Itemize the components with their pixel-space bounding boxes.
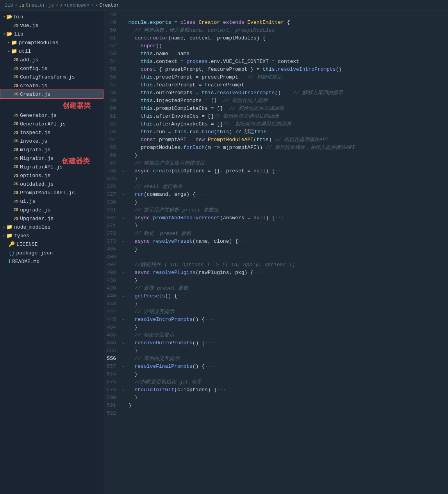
folder-closed-icon: 📁 xyxy=(6,233,12,239)
code-line: 60 this.promptCompleteCbs = [] // 初始化提示完… xyxy=(104,105,448,113)
code-content: async create(cliOptions = {}, preset = n… xyxy=(129,167,448,175)
line-number: 484 xyxy=(104,324,122,331)
line-number: 332 xyxy=(104,214,122,222)
sidebar-item-promptModules[interactable]: ▸📁promptModules xyxy=(0,38,104,47)
code-content: this.featurePrompt = featurePrompt xyxy=(129,81,448,89)
sidebar-item-ConfigTransformjs[interactable]: JSConfigTransform.js xyxy=(0,73,104,81)
js-icon: JS xyxy=(13,23,18,28)
js-icon: JS xyxy=(13,122,18,126)
js-icon: JS xyxy=(13,83,18,88)
code-line: 405 } xyxy=(104,245,448,253)
sidebar-item-label: PromptModuleAPI.js xyxy=(20,190,104,196)
line-number: 65 xyxy=(104,144,122,152)
sidebar-item-Upgraderjs[interactable]: JSUpgrader.js xyxy=(0,214,104,223)
code-line: 486▸ resolveOutroPrompts() {··· xyxy=(104,339,448,347)
fold-arrow[interactable]: ▸ xyxy=(122,238,129,245)
code-content: const promptAPI = new PromptModuleAPI(th… xyxy=(129,136,448,144)
code-content: resolveIntroPrompts() {··· xyxy=(129,316,448,324)
sidebar-item-label: MigratorAPI.js xyxy=(20,164,104,170)
arrow-right-icon: ▸ xyxy=(3,225,5,229)
code-content: getPresets() {··· xyxy=(129,292,448,300)
line-number: 49 xyxy=(104,19,122,27)
code-content: this.outroPrompts = this.resolveOutroPro… xyxy=(129,89,448,97)
fold-arrow[interactable]: ▸ xyxy=(122,269,129,277)
line-number: 590 xyxy=(104,394,122,402)
sidebar-item-Generatorjs[interactable]: JSGenerator.js xyxy=(0,111,104,120)
code-line: 330 } xyxy=(104,199,448,206)
sidebar-item-util[interactable]: ▸📁util xyxy=(0,47,104,55)
breadcrumb-sep2: > xyxy=(55,3,58,8)
sidebar-item-LICENSE[interactable]: 🔑LICENSE xyxy=(0,240,104,249)
breadcrumb-creatorjs[interactable]: Creator.js xyxy=(26,3,54,8)
sidebar-item-lib[interactable]: ▾📂lib xyxy=(0,30,104,38)
sidebar-item-PromptModuleAPIjs[interactable]: JSPromptModuleAPI.js xyxy=(0,188,104,197)
code-content: // 解析 preset 参数 xyxy=(129,230,448,238)
fold-arrow[interactable]: ▸ xyxy=(122,292,129,300)
sidebar-item-MigratorAPIjs[interactable]: JSMigratorAPI.js xyxy=(0,163,104,171)
sidebar-item-inspectjs[interactable]: JSinspect.js xyxy=(0,128,104,137)
sidebar-item-uijs[interactable]: JSui.js xyxy=(0,197,104,206)
fold-arrow[interactable]: ▸ xyxy=(122,214,129,222)
code-content xyxy=(129,410,448,417)
fold-arrow[interactable]: ▸ xyxy=(122,363,129,370)
code-line: 557▸ resolveFinalPrompts() {··· xyxy=(104,363,448,370)
fold-arrow[interactable]: ▸ xyxy=(122,339,129,347)
sidebar-item-label: GeneratorAPI.js xyxy=(20,121,104,127)
code-content: } xyxy=(129,300,448,308)
sidebar-item-optionsjs[interactable]: JSoptions.js xyxy=(0,171,104,180)
main-layout: ▾📂binJSvue.js▾📂lib▸📁promptModules▸📁utilJ… xyxy=(0,11,448,494)
arrow-right-icon: ▸ xyxy=(8,40,10,45)
code-content: constructor(name, context, promptModules… xyxy=(129,34,448,42)
sidebar-item-types[interactable]: ▸📁types xyxy=(0,231,104,240)
code-line: 55 const { presetPrompt, featurePrompt }… xyxy=(104,66,448,73)
sidebar-item-migratejs[interactable]: JSmigrate.js xyxy=(0,145,104,154)
fold-arrow[interactable]: ▸ xyxy=(122,386,129,394)
line-number: 57 xyxy=(104,81,122,89)
sidebar-item-packagejson[interactable]: {}package.json xyxy=(0,249,104,257)
sidebar-item-invokejs[interactable]: JSinvoke.js xyxy=(0,137,104,145)
folder-closed-icon: 📁 xyxy=(11,39,17,46)
code-line: 438 } xyxy=(104,277,448,285)
sidebar-item-label: Migrator.js xyxy=(20,156,104,161)
code-line: 58 this.outroPrompts = this.resolveOutro… xyxy=(104,89,448,97)
code-content: // 输出交互提示 xyxy=(129,331,448,339)
breadcrumb-lib[interactable]: lib xyxy=(5,3,13,8)
sidebar-item-GeneratorAPIjs[interactable]: JSGeneratorAPI.js xyxy=(0,120,104,128)
code-line: 57 this.featurePrompt = featurePrompt xyxy=(104,81,448,89)
line-number: 325 xyxy=(104,175,122,183)
code-line: 556 // 最后的交互提示 xyxy=(104,355,448,363)
breadcrumb-icon1: ⚡ xyxy=(60,3,62,8)
breadcrumb-unknown[interactable]: <unknown> xyxy=(64,3,89,8)
sidebar-item-Migratorjs[interactable]: JSMigrator.js xyxy=(0,154,104,163)
line-number: 59 xyxy=(104,97,122,105)
sidebar-item-addjs[interactable]: JSadd.js xyxy=(0,55,104,64)
sidebar-item-node_modules[interactable]: ▸📁node_modules xyxy=(0,223,104,231)
sidebar-item-configjs[interactable]: JSconfig.js xyxy=(0,64,104,73)
line-number: 58 xyxy=(104,89,122,97)
sidebar-item-label: create.js xyxy=(20,83,104,89)
sidebar-item-vuejs[interactable]: JSvue.js xyxy=(0,21,104,30)
code-line: 555 } xyxy=(104,347,448,355)
line-number: 576 xyxy=(104,386,122,394)
code-content: this.name = name xyxy=(129,50,448,58)
fold-arrow[interactable]: ▸ xyxy=(122,316,129,324)
line-number: 326 xyxy=(104,183,122,191)
line-number: 66 xyxy=(104,152,122,159)
line-number: 60 xyxy=(104,105,122,113)
sidebar-item-createjs[interactable]: JScreate.js xyxy=(0,81,104,90)
line-number: 406 xyxy=(104,253,122,261)
sidebar-item-outdatedjs[interactable]: JSoutdated.js xyxy=(0,180,104,188)
sidebar-item-upgradejs[interactable]: JSupgrade.js xyxy=(0,206,104,214)
line-number: 331 xyxy=(104,206,122,214)
code-line: 51 constructor(name, context, promptModu… xyxy=(104,34,448,42)
sidebar-item-READMEmd[interactable]: ℹREADME.md xyxy=(0,257,104,266)
line-number: 50 xyxy=(104,27,122,34)
code-line: 68▸ async create(cliOptions = {}, preset… xyxy=(104,167,448,175)
readme-icon: ℹ xyxy=(9,258,11,265)
sidebar-item-label: package.json xyxy=(16,250,104,256)
sidebar-item-Creatorjs[interactable]: JSCreator.js xyxy=(0,90,104,98)
code-line: 50 // 构造函数，传入参数name, context, promptModu… xyxy=(104,27,448,34)
sidebar-item-bin[interactable]: ▾📂bin xyxy=(0,13,104,21)
fold-arrow[interactable]: ▸ xyxy=(122,191,129,199)
fold-arrow[interactable]: ▸ xyxy=(122,167,129,175)
